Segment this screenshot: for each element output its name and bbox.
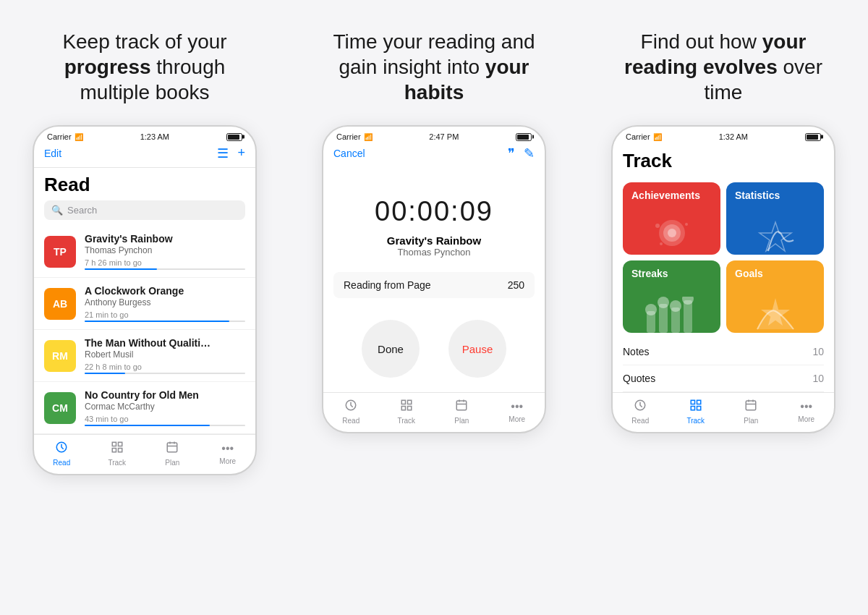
track-card-goals[interactable]: Goals — [726, 260, 824, 333]
tab-bar-3: Read Track Plan ••• More — [613, 392, 834, 432]
track-grid: Achievements Statistics Streaks Goals — [613, 177, 834, 333]
screen1-nav: Edit ☰ + — [34, 144, 255, 168]
edit-icon[interactable]: ✎ — [524, 145, 535, 161]
book-progress-text-2: 22 h 8 min to go — [85, 362, 245, 371]
search-bar[interactable]: 🔍 Search — [44, 200, 245, 220]
search-icon: 🔍 — [51, 205, 63, 216]
battery-fill-2 — [517, 135, 529, 140]
svg-point-23 — [645, 304, 657, 315]
done-button[interactable]: Done — [362, 320, 420, 378]
track-card-label-statistics: Statistics — [735, 190, 815, 201]
book-progress-text-0: 7 h 26 min to go — [85, 258, 245, 267]
book-title-1: A Clockwork Orange — [85, 285, 245, 297]
svg-point-15 — [655, 224, 660, 228]
battery-icon-3 — [805, 133, 821, 141]
svg-point-17 — [660, 242, 663, 245]
svg-rect-4 — [118, 449, 122, 452]
tab-read-tab-bar-1[interactable]: Read — [34, 441, 90, 467]
phone-1: Carrier 📶 1:23 AM Edit ☰ + Read — [33, 125, 257, 475]
book-title-0: Gravity's Rainbow — [85, 233, 245, 245]
track-card-statistics[interactable]: Statistics — [726, 182, 824, 255]
reading-from-page: 250 — [508, 279, 524, 291]
progress-fill-3 — [85, 425, 210, 426]
book-item-0[interactable]: TP Gravity's Rainbow Thomas Pynchon 7 h … — [34, 226, 255, 278]
list-icon[interactable]: ☰ — [217, 145, 229, 161]
tab-more-tab-bar-2[interactable]: ••• More — [490, 399, 545, 425]
edit-button[interactable]: Edit — [44, 148, 61, 159]
status-left-2: Carrier 📶 — [336, 132, 373, 141]
search-placeholder: Search — [67, 205, 97, 216]
reading-from[interactable]: Reading from Page 250 — [333, 272, 535, 298]
battery-icon-2 — [516, 133, 532, 141]
panel-3: Find out how your reading evolves over t… — [579, 0, 868, 615]
progress-bar-3 — [85, 425, 245, 426]
tab-plan-tab-bar-1[interactable]: Plan — [145, 441, 200, 467]
tab-read-tab-bar-2[interactable]: Read — [323, 399, 379, 425]
panel-1: Keep track of your progress through mult… — [0, 0, 289, 615]
tab-track-tab-bar-1[interactable]: Track — [90, 441, 145, 467]
status-left-3: Carrier 📶 — [626, 132, 662, 141]
progress-fill-2 — [85, 373, 125, 374]
book-list: TP Gravity's Rainbow Thomas Pynchon 7 h … — [34, 226, 255, 434]
book-avatar-0: TP — [44, 236, 76, 268]
phone-2: Carrier 📶 2:47 PM Cancel ❞ ✎ 00: — [322, 125, 546, 433]
track-stat-val-1: 10 — [812, 373, 824, 384]
book-item-1[interactable]: AB A Clockwork Orange Anthony Burgess 21… — [34, 278, 255, 330]
book-avatar-1: AB — [44, 288, 76, 320]
track-stat-row-0: Notes 10 — [623, 339, 824, 365]
timer-book: Gravity's Rainbow Thomas Pynchon — [323, 234, 545, 272]
book-item-3[interactable]: CM No Country for Old Men Cormac McCarth… — [34, 382, 255, 434]
book-progress-text-1: 21 min to go — [85, 310, 245, 319]
tab-track-tab-bar-3[interactable]: Track — [668, 399, 724, 425]
pause-button[interactable]: Pause — [448, 320, 506, 378]
add-icon[interactable]: + — [237, 145, 245, 161]
tab-icon-3: ••• — [221, 441, 234, 456]
svg-rect-31 — [691, 407, 694, 410]
track-stat-row-1: Quotes 10 — [623, 365, 824, 392]
svg-marker-18 — [760, 222, 791, 251]
tab-label-3: More — [219, 457, 236, 465]
tab-track-tab-bar-2[interactable]: Track — [379, 399, 435, 425]
book-item-2[interactable]: RM The Man Without Qualiti… Robert Musil… — [34, 330, 255, 382]
tab-label-0: Read — [53, 459, 70, 467]
tab-more-tab-bar-1[interactable]: ••• More — [200, 441, 256, 467]
track-stat-label-1: Quotes — [623, 373, 655, 384]
svg-rect-10 — [407, 407, 411, 410]
card-illus-statistics — [726, 219, 824, 255]
cancel-button[interactable]: Cancel — [333, 148, 365, 159]
progress-bar-2 — [85, 373, 245, 374]
svg-rect-1 — [112, 442, 116, 446]
svg-rect-33 — [746, 401, 757, 410]
timer-buttons: Done Pause — [323, 298, 545, 392]
panel-1-headline: Keep track of your progress through mult… — [36, 29, 253, 105]
tab-icon-0 — [344, 399, 357, 415]
tab-label-0: Read — [631, 417, 649, 425]
book-info-2: The Man Without Qualiti… Robert Musil 22… — [85, 337, 245, 374]
tab-read-tab-bar-3[interactable]: Read — [613, 399, 668, 425]
book-title-2: The Man Without Qualiti… — [85, 337, 245, 349]
tab-plan-tab-bar-2[interactable]: Plan — [434, 399, 490, 425]
carrier-1: Carrier — [47, 132, 72, 141]
book-author-0: Thomas Pynchon — [85, 245, 245, 255]
tab-plan-tab-bar-3[interactable]: Plan — [723, 399, 779, 425]
svg-rect-2 — [118, 442, 122, 446]
time-3: 1:32 AM — [719, 132, 748, 141]
svg-point-25 — [670, 300, 681, 312]
tab-bar-2: Read Track Plan ••• More — [323, 392, 545, 432]
svg-rect-8 — [407, 400, 411, 404]
tab-icon-0 — [634, 399, 647, 415]
wifi-icon-1: 📶 — [75, 133, 83, 141]
svg-point-24 — [658, 297, 669, 308]
status-right-2 — [516, 133, 532, 141]
track-card-label-streaks: Streaks — [631, 268, 712, 279]
tab-icon-2 — [166, 441, 179, 457]
track-card-streaks[interactable]: Streaks — [623, 260, 720, 333]
quote-icon[interactable]: ❞ — [508, 145, 515, 161]
tab-more-tab-bar-3[interactable]: ••• More — [779, 399, 835, 425]
track-card-achievements[interactable]: Achievements — [623, 182, 720, 255]
svg-rect-5 — [168, 443, 178, 452]
progress-fill-1 — [85, 321, 229, 322]
screen2-nav: Cancel ❞ ✎ — [323, 144, 545, 167]
book-progress-1: 21 min to go — [85, 310, 245, 322]
battery-icon-1 — [226, 133, 242, 141]
